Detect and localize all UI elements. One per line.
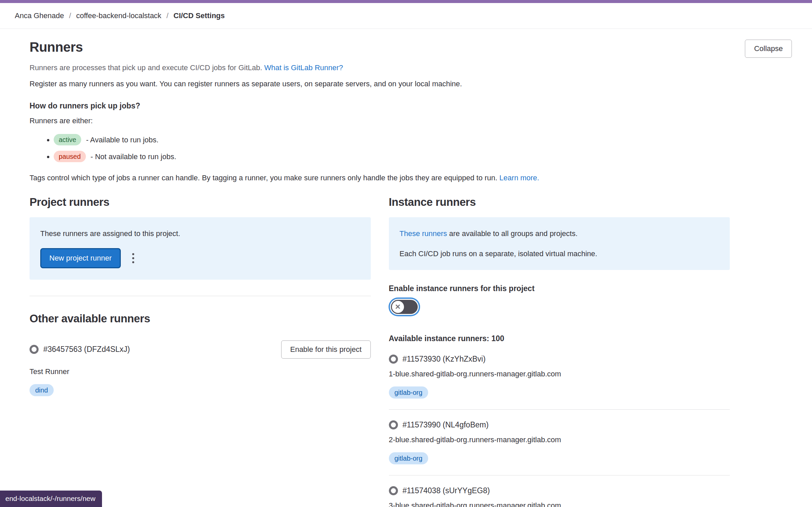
tags-description-text: Tags control which type of jobs a runner… bbox=[30, 174, 497, 182]
section-divider bbox=[30, 296, 371, 296]
runner-status-icon bbox=[30, 345, 39, 354]
ellipsis-vertical-icon[interactable] bbox=[129, 250, 138, 266]
instance-runner-ident: #11573990 (NL4gfoBem) bbox=[389, 420, 730, 429]
breadcrumb-item-current: CI/CD Settings bbox=[173, 11, 225, 20]
runner-tag-badge: dind bbox=[30, 384, 54, 396]
runner-list-divider bbox=[389, 409, 730, 410]
other-runner-description: Test Runner bbox=[30, 367, 371, 376]
active-state-badge: active bbox=[54, 134, 81, 145]
enable-instance-runners-label: Enable instance runners for this project bbox=[389, 284, 730, 293]
instance-runner-host: 3-blue.shared-gitlab-org.runners-manager… bbox=[389, 501, 730, 507]
tags-description: Tags control which type of jobs a runner… bbox=[30, 173, 792, 183]
runner-status-icon bbox=[389, 420, 398, 429]
register-runners-text: Register as many runners as you want. Yo… bbox=[30, 79, 792, 89]
instance-runner-list: #11573930 (KzYhZxBvi) 1-blue.shared-gitl… bbox=[389, 355, 730, 507]
runners-description-text: Runners are processes that pick up and e… bbox=[30, 63, 262, 72]
other-runner-ident: #36457563 (DFZd4SLxJ) bbox=[30, 345, 130, 354]
runners-columns: Project runners These runners are assign… bbox=[30, 196, 730, 507]
instance-runner-host: 2-blue.shared-gitlab-org.runners-manager… bbox=[389, 435, 730, 444]
instance-runners-toggle[interactable]: ✕ bbox=[391, 300, 418, 314]
instance-runner-id[interactable]: #11574038 (sUrYYgEG8) bbox=[403, 486, 490, 495]
how-runners-pick-up-jobs-heading: How do runners pick up jobs? bbox=[30, 101, 792, 110]
runner-states-list: active - Available to run jobs. paused -… bbox=[30, 134, 792, 162]
list-item-paused-state: paused - Not available to run jobs. bbox=[54, 151, 792, 162]
kebab-dot bbox=[132, 257, 134, 259]
breadcrumb-item-project[interactable]: coffee-backend-localstack bbox=[76, 11, 161, 20]
runner-tag-badge: gitlab-org bbox=[389, 386, 428, 399]
breadcrumb-separator: / bbox=[161, 11, 173, 20]
instance-runners-info-line1: These runners are available to all group… bbox=[400, 229, 719, 239]
instance-runner-host: 1-blue.shared-gitlab-org.runners-manager… bbox=[389, 370, 730, 378]
instance-runner-ident: #11573930 (KzYhZxBvi) bbox=[389, 355, 730, 364]
list-item-active-state: active - Available to run jobs. bbox=[54, 134, 792, 145]
new-project-runner-button[interactable]: New project runner bbox=[40, 248, 121, 268]
kebab-dot bbox=[132, 261, 134, 263]
browser-link-preview: end-localstack/-/runners/new bbox=[0, 491, 102, 507]
instance-runner-item: #11573930 (KzYhZxBvi) 1-blue.shared-gitl… bbox=[389, 355, 730, 399]
enable-for-this-project-button[interactable]: Enable for this project bbox=[281, 340, 371, 359]
instance-runners-info-box: These runners are available to all group… bbox=[389, 217, 730, 270]
page-title: Runners bbox=[30, 40, 792, 55]
learn-more-link[interactable]: Learn more. bbox=[499, 174, 539, 182]
project-runners-info-box: These runners are assigned to this proje… bbox=[30, 217, 371, 280]
instance-runner-item: #11574038 (sUrYYgEG8) 3-blue.shared-gitl… bbox=[389, 486, 730, 507]
breadcrumb: Anca Ghenade / coffee-backend-localstack… bbox=[0, 3, 812, 29]
paused-state-text: - Not available to run jobs. bbox=[91, 152, 176, 161]
runner-list-divider bbox=[389, 475, 730, 475]
instance-runner-id[interactable]: #11573990 (NL4gfoBem) bbox=[403, 420, 489, 429]
instance-runner-item: #11573990 (NL4gfoBem) 2-blue.shared-gitl… bbox=[389, 420, 730, 464]
project-runners-column: Project runners These runners are assign… bbox=[30, 196, 371, 507]
these-runners-link[interactable]: These runners bbox=[400, 229, 447, 238]
other-runner-id[interactable]: #36457563 (DFZd4SLxJ) bbox=[43, 345, 130, 354]
project-runners-info-text: These runners are assigned to this proje… bbox=[40, 229, 360, 239]
collapse-button[interactable]: Collapse bbox=[745, 40, 792, 58]
what-is-gitlab-runner-link[interactable]: What is GitLab Runner? bbox=[264, 63, 343, 72]
instance-runners-column: Instance runners These runners are avail… bbox=[389, 196, 730, 507]
project-runners-heading: Project runners bbox=[30, 196, 371, 209]
instance-runners-heading: Instance runners bbox=[389, 196, 730, 209]
runners-settings-section: Runners Collapse Runners are processes t… bbox=[0, 29, 812, 507]
breadcrumb-item-namespace[interactable]: Anca Ghenade bbox=[15, 11, 64, 20]
kebab-dot bbox=[132, 253, 134, 255]
project-runners-actions: New project runner bbox=[40, 248, 360, 268]
paused-state-badge: paused bbox=[54, 151, 86, 162]
runner-status-icon bbox=[389, 355, 398, 364]
other-available-runners-heading: Other available runners bbox=[30, 312, 371, 325]
instance-runner-ident: #11574038 (sUrYYgEG8) bbox=[389, 486, 730, 495]
runners-are-either-text: Runners are either: bbox=[30, 117, 792, 125]
instance-runners-info-rest: are available to all groups and projects… bbox=[449, 229, 577, 238]
instance-runner-id[interactable]: #11573930 (KzYhZxBvi) bbox=[403, 355, 486, 364]
toggle-off-x-icon: ✕ bbox=[392, 301, 404, 313]
active-state-text: - Available to run jobs. bbox=[86, 136, 158, 144]
top-accent-bar bbox=[0, 0, 812, 3]
available-instance-runners-count: Available instance runners: 100 bbox=[389, 334, 730, 343]
instance-runners-info-line2: Each CI/CD job runs on a separate, isola… bbox=[400, 249, 719, 259]
other-runner-row: #36457563 (DFZd4SLxJ) Enable for this pr… bbox=[30, 340, 371, 359]
breadcrumb-separator: / bbox=[64, 11, 76, 20]
runners-description: Runners are processes that pick up and e… bbox=[30, 63, 792, 73]
runner-status-icon bbox=[389, 486, 398, 495]
runner-tag-badge: gitlab-org bbox=[389, 452, 428, 464]
